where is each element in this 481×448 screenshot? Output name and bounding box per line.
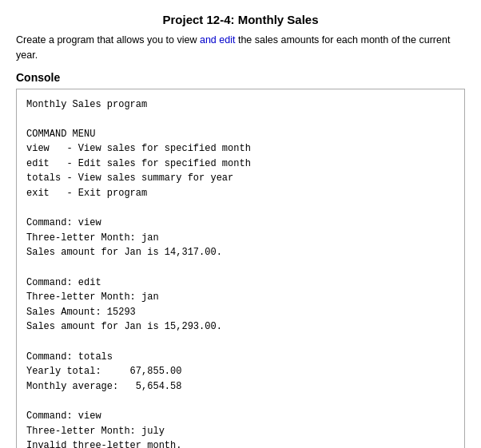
intro-before: Create a program that allows you to view xyxy=(16,34,200,46)
console-label: Console xyxy=(16,71,465,84)
intro-highlight: and edit xyxy=(200,34,235,46)
intro-paragraph: Create a program that allows you to view… xyxy=(16,33,465,63)
console-box: Monthly Sales program COMMAND MENU view … xyxy=(16,89,465,449)
page-title: Project 12-4: Monthly Sales xyxy=(16,13,465,26)
